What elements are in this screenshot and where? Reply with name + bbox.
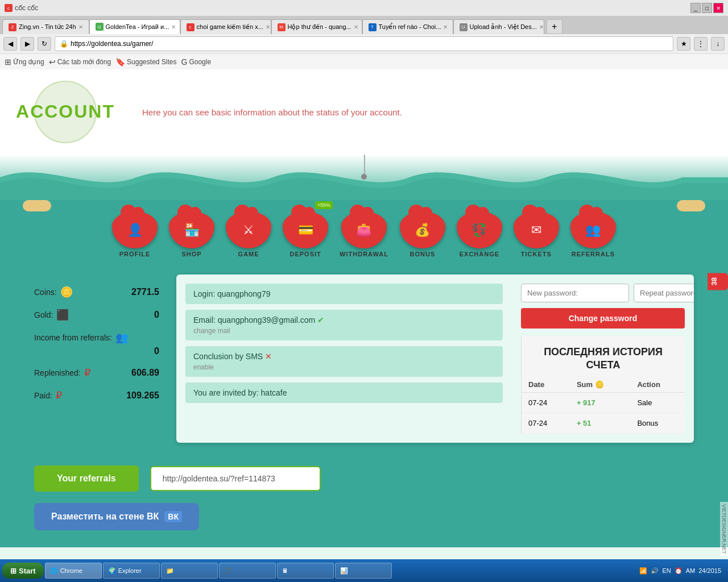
watermark: VIETDESIGNER.NET xyxy=(720,502,728,556)
profile-icon: 👤 xyxy=(127,223,143,238)
change-password-button[interactable]: Change password xyxy=(521,308,685,329)
nav-tickets[interactable]: ✉ TICKETS xyxy=(514,211,559,257)
nav-shop[interactable]: 🏪 SHOP xyxy=(169,211,214,257)
lock-icon: 🔒 xyxy=(60,40,68,48)
nav-label-withdrawal: WITHDRAWAL xyxy=(340,251,388,257)
account-info-section: Login: quangphong79 Email: quangphong39@… xyxy=(176,275,694,443)
tab-close-tuyen[interactable]: ✕ xyxy=(443,24,448,30)
nav-label-exchange: EXCHANGE xyxy=(460,251,499,257)
tab-zing[interactable]: Z Zing.vn - Tin tức 24h ✕ xyxy=(2,19,89,34)
tab-tuyen[interactable]: T Tuyển ref nào - Choi... ✕ xyxy=(362,19,453,34)
taskbar-chrome[interactable]: 🌐 Chrome xyxy=(45,563,102,579)
tab-favicon-tuyen: T xyxy=(369,23,377,31)
tab-close-choi[interactable]: ✕ xyxy=(266,24,270,30)
nav-label-shop: SHOP xyxy=(182,251,202,257)
apps-icon: ⊞ xyxy=(5,57,11,66)
browser-chrome: c cốc cốc _ □ ✕ Z Zing.vn - Tin tức 24h … xyxy=(0,0,728,69)
new-tab-button[interactable]: + xyxy=(547,19,562,34)
tab-close-zing[interactable]: ✕ xyxy=(78,24,83,30)
side-notification-badge[interactable]: 38 xyxy=(708,273,728,290)
shop-icon: 🏪 xyxy=(184,223,200,238)
stats-panel: Coins: 🪙 2771.5 Gold: ⬛ 0 Income from re… xyxy=(34,275,159,443)
nav-game[interactable]: ⚔ GAME xyxy=(226,211,271,257)
account-title: ACCOUNT xyxy=(16,102,115,122)
back-button[interactable]: ◀ xyxy=(3,37,17,51)
forward-button[interactable]: ▶ xyxy=(20,37,34,51)
history-col-date: Date xyxy=(522,377,570,393)
toolbar-row: ⊞ Ứng dụng ↩ Các tab mới đóng 🔖 Suggeste… xyxy=(0,53,728,69)
download-button[interactable]: ↓ xyxy=(711,37,725,51)
password-section: Change password ПОСЛЕДНЯЯ ИСТОРИЯ СЧЕТА … xyxy=(512,275,694,443)
toolbar-recent-label: Các tab mới đóng xyxy=(57,58,111,66)
nav-label-bonus: BONUS xyxy=(410,251,436,257)
tab-upload[interactable]: U Upload ảnh - Việt Des... ✕ xyxy=(453,19,544,34)
nav-exchange[interactable]: 💱 EXCHANGE xyxy=(457,211,502,257)
stat-gold-label: Gold: ⬛ xyxy=(34,309,69,321)
email-info-row: Email: quangphong39@gmail.com ✔ change m… xyxy=(185,310,503,340)
tab-favicon-choi: c xyxy=(187,23,195,31)
toolbar-recent-tabs[interactable]: ↩ Các tab mới đóng xyxy=(49,57,111,66)
address-box[interactable]: 🔒 https://goldentea.su/gamer/ xyxy=(55,36,673,51)
taskbar-explorer[interactable]: 🌍 Explorer xyxy=(103,563,160,579)
time-display: AM xyxy=(686,567,696,574)
toolbar-apps-label: Ứng dụng xyxy=(13,58,44,66)
account-form: Login: quangphong79 Email: quangphong39@… xyxy=(176,275,512,443)
taskbar-excel[interactable]: 📊 xyxy=(335,563,392,579)
history-action-1: Bonus xyxy=(630,413,685,433)
minimize-button[interactable]: _ xyxy=(690,3,701,13)
taskbar-media[interactable]: 🎵 xyxy=(219,563,276,579)
nav-bonus[interactable]: 💰 BONUS xyxy=(400,211,445,257)
nav-referrals[interactable]: 👥 REFERRALS xyxy=(570,211,616,257)
maximize-button[interactable]: □ xyxy=(702,3,712,13)
tab-gmail[interactable]: M Hộp thư đến - quang... ✕ xyxy=(271,19,362,34)
stat-income-row: Income from referrals: 👥 0 xyxy=(34,331,159,356)
tab-goldentea[interactable]: G GoldenTea - Играй и... ✕ xyxy=(89,19,180,34)
toolbar-google[interactable]: G Google xyxy=(181,57,212,66)
referral-link-box[interactable]: http://goldentea.su/?ref=114873 xyxy=(150,466,321,491)
tab-close-gmail[interactable]: ✕ xyxy=(354,24,358,30)
settings-button[interactable]: ⋮ xyxy=(694,37,708,51)
nav-profile[interactable]: 👤 PROFILE xyxy=(112,211,158,257)
stat-gold-row: Gold: ⬛ 0 xyxy=(34,309,159,321)
toolbar-suggested[interactable]: 🔖 Suggested Sites xyxy=(115,57,176,66)
clock-icon: ⏰ xyxy=(675,567,682,575)
new-password-input[interactable] xyxy=(521,284,629,302)
tab-label-goldentea: GoldenTea - Играй и... xyxy=(106,23,169,30)
exchange-icon: 💱 xyxy=(471,223,487,238)
vk-icon: ВК xyxy=(164,511,182,522)
stat-coins-row: Coins: 🪙 2771.5 xyxy=(34,286,159,298)
taskbar-file-manager[interactable]: 📁 xyxy=(161,563,218,579)
vk-post-button[interactable]: Разместить на стене ВК ВК xyxy=(34,503,199,530)
history-date-1: 07-24 xyxy=(522,413,570,433)
tab-close-goldentea[interactable]: ✕ xyxy=(171,24,176,30)
start-button[interactable]: ⊞ Start xyxy=(2,563,44,579)
nav-cloud-profile: 👤 xyxy=(112,211,158,248)
tab-close-upload[interactable]: ✕ xyxy=(539,24,544,30)
referrals-icon: 👥 xyxy=(585,223,601,238)
history-tbody: 07-24 + 917 Sale 07-24 + 51 Bonus xyxy=(522,392,685,433)
gold-icon: ⬛ xyxy=(56,309,69,321)
network-icon: 📶 xyxy=(639,567,647,575)
change-mail-link[interactable]: change mail xyxy=(193,327,495,335)
coins-value: 2771.5 xyxy=(131,287,159,297)
tab-choi[interactable]: c choi game kiếm tiền х... ✕ xyxy=(180,19,271,34)
nav-deposit[interactable]: 💳 +55% DEPOSIT xyxy=(283,211,328,257)
bonus-icon: 💰 xyxy=(415,223,430,238)
replenished-label-text: Replenished: xyxy=(34,368,81,377)
history-section: ПОСЛЕДНЯЯ ИСТОРИЯ СЧЕТА Date Sum 🪙 Acti xyxy=(521,336,685,434)
bookmark-button[interactable]: ★ xyxy=(677,37,690,51)
login-info-row: Login: quangphong79 xyxy=(185,284,503,304)
inviter-info-row: You are invited by: hatcafe xyxy=(185,383,503,403)
excel-icon: 📊 xyxy=(340,567,348,575)
repeat-password-input[interactable] xyxy=(634,284,694,302)
toolbar-apps[interactable]: ⊞ Ứng dụng xyxy=(5,57,44,66)
taskbar-calculator[interactable]: 🖩 xyxy=(277,563,334,579)
deposit-icon: 💳 xyxy=(298,223,313,238)
nav-withdrawal[interactable]: 👛 WITHDRAWAL xyxy=(340,211,388,257)
login-info-text: Login: quangphong79 xyxy=(193,289,270,298)
reload-button[interactable]: ↻ xyxy=(38,37,51,51)
history-action-0: Sale xyxy=(630,392,685,413)
close-button[interactable]: ✕ xyxy=(713,3,723,13)
enable-link[interactable]: enable xyxy=(193,363,495,371)
your-referrals-button[interactable]: Your referrals xyxy=(34,465,139,492)
